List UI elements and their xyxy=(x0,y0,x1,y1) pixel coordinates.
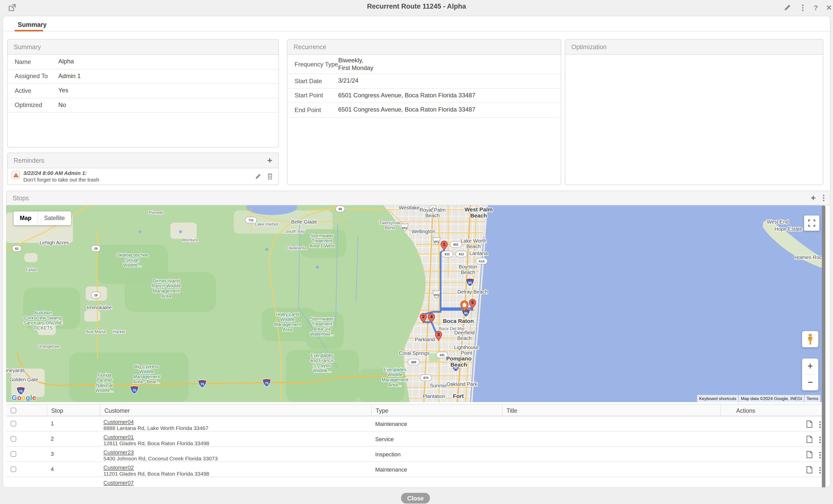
keyboard-shortcuts-link[interactable]: Keyboard shortcuts xyxy=(697,395,738,402)
row-menu-kebab-icon[interactable] xyxy=(819,421,821,429)
map-label: Lehigh Acres xyxy=(40,240,69,245)
customer-address: 12811 Glades Rd, Boca Raton Florida 3349… xyxy=(103,440,209,446)
document-icon[interactable] xyxy=(806,451,813,458)
customer-link[interactable]: Customer23 xyxy=(103,449,134,455)
field-row: NameAlpha xyxy=(7,55,278,69)
map-type-map-button[interactable]: Map xyxy=(14,212,38,225)
stop-number: 4 xyxy=(51,466,54,472)
customer-link[interactable]: Customer07 xyxy=(103,480,134,486)
road-shield: A1A xyxy=(476,258,487,264)
road-shield: 869 xyxy=(408,359,420,365)
edit-pencil-icon[interactable] xyxy=(782,3,792,13)
row-checkbox[interactable] xyxy=(10,436,16,441)
map-label: Boca Raton xyxy=(443,318,474,324)
road-shield: 812 xyxy=(455,251,467,257)
summary-panel-title: Summary xyxy=(14,43,41,50)
tab-summary[interactable]: Summary xyxy=(15,19,50,30)
field-value: Admin 1 xyxy=(58,72,80,80)
svg-text:75: 75 xyxy=(200,382,204,386)
road-shield: 98 xyxy=(336,206,345,212)
terms-link[interactable]: Terms xyxy=(805,395,820,402)
more-options-kebab-icon[interactable] xyxy=(798,3,808,13)
help-icon[interactable]: ? xyxy=(811,3,821,13)
row-menu-kebab-icon[interactable] xyxy=(819,435,821,444)
field-label: Active xyxy=(7,87,58,94)
close-dialog-icon[interactable]: ✕ xyxy=(824,3,833,13)
map-label: Okeelanta xyxy=(287,246,307,250)
map-label: Montura xyxy=(182,238,198,242)
map-label: StormwaterTreatmentArea 3/4Waterfowl... xyxy=(310,316,334,337)
svg-text:29: 29 xyxy=(94,247,98,250)
street-view-pegman[interactable] xyxy=(802,331,818,347)
map-label: Lake Harbor xyxy=(255,222,279,226)
svg-text:29: 29 xyxy=(94,293,98,297)
select-all-checkbox[interactable] xyxy=(10,408,16,413)
route-map[interactable]: 987715822929441441802812812A1A9544195441… xyxy=(6,206,823,402)
map-label: BoyntonBeach xyxy=(458,264,477,275)
zoom-in-button[interactable]: + xyxy=(802,358,818,374)
field-value: 6501 Congress Avenue, Boca Raton Florida… xyxy=(338,92,475,99)
stop-type: Service xyxy=(375,436,394,442)
reminder-warning-icon xyxy=(11,171,20,179)
row-checkbox[interactable] xyxy=(10,451,16,457)
map-type-satellite-button[interactable]: Satellite xyxy=(38,212,71,225)
customer-link[interactable]: Customer02 xyxy=(103,464,134,471)
row-menu-kebab-icon[interactable] xyxy=(819,466,821,475)
field-row: Start Point6501 Congress Avenue, Boca Ra… xyxy=(287,89,561,103)
svg-text:75: 75 xyxy=(133,388,136,392)
map-label: Belle Glade xyxy=(291,219,317,224)
road-shield: 812 xyxy=(441,251,453,257)
field-label: Frequency Type xyxy=(287,61,338,68)
map-fullscreen-button[interactable] xyxy=(804,216,819,231)
vertical-scrollbar-thumb[interactable] xyxy=(822,206,826,488)
dialog-titlebar: Recurrent Route 11245 - Alpha ? ✕ xyxy=(0,0,833,15)
map-label: Felda xyxy=(26,267,37,272)
tab-bar: Summary xyxy=(3,16,830,31)
field-row: Frequency TypeBiweekly,First Monday xyxy=(287,55,561,74)
map-label: Oakland Park xyxy=(446,381,477,387)
row-menu-kebab-icon[interactable] xyxy=(819,451,821,459)
delete-reminder-icon[interactable] xyxy=(267,172,274,179)
summary-panel: Summary NameAlphaAssigned ToAdmin 1Activ… xyxy=(7,39,279,147)
svg-text:441: 441 xyxy=(402,226,407,230)
column-header-customer: Customer xyxy=(100,405,371,416)
field-label: Start Point xyxy=(287,92,338,99)
svg-text:870: 870 xyxy=(423,376,428,380)
stop-type: Maintenance xyxy=(375,466,407,473)
add-stop-button[interactable]: + xyxy=(811,194,816,202)
map-label: Wellington xyxy=(411,229,435,234)
add-reminder-button[interactable]: + xyxy=(267,156,272,165)
customer-link[interactable]: Customer04 xyxy=(103,419,134,425)
reminder-heading: 3/22/24 8:00 AM Admin 1: xyxy=(23,170,99,176)
document-icon[interactable] xyxy=(806,435,813,443)
reminder-text: 3/22/24 8:00 AM Admin 1: Don't forget to… xyxy=(23,170,99,183)
row-checkbox[interactable] xyxy=(10,421,16,427)
summary-rows: NameAlphaAssigned ToAdmin 1ActiveYesOpti… xyxy=(7,55,278,113)
zoom-out-button[interactable]: − xyxy=(802,375,818,390)
row-checkbox[interactable] xyxy=(10,466,16,472)
field-row: Assigned ToAdmin 1 xyxy=(7,69,278,84)
map-label: Sunrise xyxy=(430,383,447,388)
map-label: Big CypressWildlifeManagementArea - Bear… xyxy=(133,364,160,384)
document-icon[interactable] xyxy=(806,421,813,428)
close-button[interactable]: Close xyxy=(401,493,430,504)
customer-link[interactable]: Customer01 xyxy=(103,434,134,440)
map-label: Golden Gate xyxy=(9,377,38,382)
edit-reminder-icon[interactable] xyxy=(255,172,262,179)
svg-text:5: 5 xyxy=(471,300,474,305)
recurrence-panel-header: Recurrence xyxy=(287,40,561,55)
table-row: Customer07 xyxy=(6,477,825,488)
svg-text:A1A: A1A xyxy=(479,260,485,263)
reminders-panel-title: Reminders xyxy=(14,157,44,164)
stop-number: 2 xyxy=(51,435,54,441)
map-label: Evergladesand FrancisS. TaylorWildlife..… xyxy=(310,353,334,373)
svg-text:441: 441 xyxy=(439,354,445,357)
stops-menu-kebab-icon[interactable] xyxy=(823,194,825,202)
map-label: Orangetree xyxy=(38,344,60,349)
reminders-panel-header: Reminders + xyxy=(7,153,278,168)
field-label: Optimized xyxy=(7,102,58,109)
stops-section-title: Stops xyxy=(13,194,29,201)
document-icon[interactable] xyxy=(806,466,813,474)
optimization-panel-header: Optimization xyxy=(565,40,823,55)
table-row: 1Customer048888 Lantana Rd, Lake Worth F… xyxy=(6,416,825,431)
